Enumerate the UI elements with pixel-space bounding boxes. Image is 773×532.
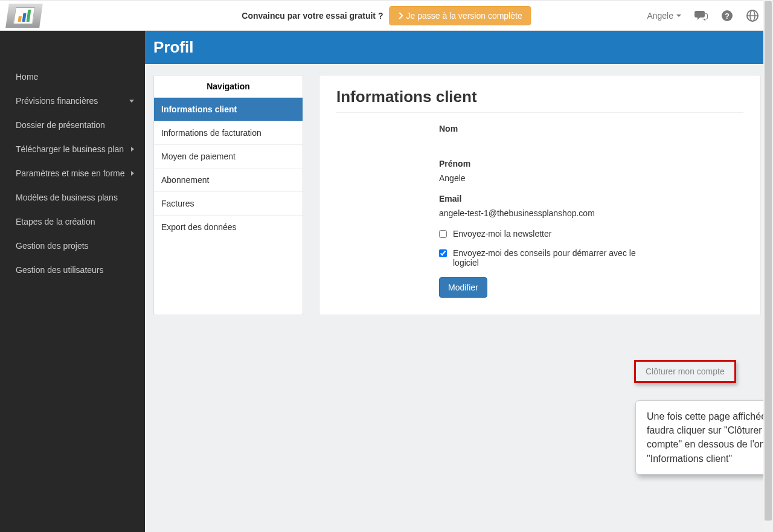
trial-text: Convaincu par votre essai gratuit ? [242, 11, 383, 21]
topbar: Convaincu par votre essai gratuit ? Je p… [0, 0, 773, 31]
sidebar-item-label: Télécharger le business plan [16, 144, 124, 154]
chat-icon[interactable] [694, 10, 708, 21]
sidebar-item-label: Gestion des projets [16, 241, 89, 251]
help-tooltip-text: Une fois cette page affichée, il vous fa… [647, 411, 773, 464]
svg-text:?: ? [725, 11, 730, 21]
sidebar-item-label: Etapes de la création [16, 217, 95, 226]
client-info-card: Informations client Nom Prénom Angele Em… [319, 75, 761, 315]
close-account-label: Clôturer mon compte [646, 367, 725, 376]
sidebar-item-label: Dossier de présentation [16, 120, 105, 130]
sidebar-item-label: Home [16, 72, 38, 82]
profile-nav-payment-method[interactable]: Moyen de paiement [154, 145, 303, 168]
sidebar-item-forecasts[interactable]: Prévisions financières [0, 89, 145, 113]
chevron-right-icon [398, 12, 403, 19]
sidebar-item-label: Prévisions financières [16, 96, 98, 106]
user-menu[interactable]: Angele [647, 11, 681, 21]
client-info-heading: Informations client [336, 88, 743, 106]
profile-nav-client-info[interactable]: Informations client [154, 98, 303, 121]
sidebar-item-label: Paramètres et mise en forme [16, 168, 125, 178]
email-label: Email [439, 194, 656, 204]
sidebar-item-users[interactable]: Gestion des utilisateurs [0, 258, 145, 282]
sidebar-item-templates[interactable]: Modèles de business plans [0, 185, 145, 210]
user-name: Angele [647, 11, 673, 21]
page-title: Profil [145, 31, 769, 64]
prenom-value: Angele [439, 173, 656, 183]
sidebar-item-download-bp[interactable]: Télécharger le business plan [0, 137, 145, 161]
help-tooltip: Une fois cette page affichée, il vous fa… [635, 400, 773, 475]
profile-nav-billing-info[interactable]: Informations de facturation [154, 121, 303, 145]
newsletter-label: Envoyez-moi la newsletter [453, 229, 551, 239]
vertical-scrollbar[interactable] [763, 0, 773, 532]
profile-nav-invoices[interactable]: Factures [154, 192, 303, 216]
tips-checkbox[interactable] [439, 249, 447, 257]
sidebar-item-label: Gestion des utilisateurs [16, 265, 104, 275]
newsletter-checkbox[interactable] [439, 230, 447, 238]
sidebar-item-projects[interactable]: Gestion des projets [0, 234, 145, 258]
main-area: Profil Navigation Informations client In… [145, 31, 773, 532]
app-logo[interactable] [5, 4, 43, 28]
email-value: angele-test-1@thebusinessplanshop.com [439, 208, 656, 218]
profile-nav-data-export[interactable]: Export des données [154, 216, 303, 239]
sidebar-item-creation-steps[interactable]: Etapes de la création [0, 210, 145, 234]
help-icon[interactable]: ? [721, 10, 733, 22]
profile-nav-subscription[interactable]: Abonnement [154, 168, 303, 192]
prenom-label: Prénom [439, 159, 656, 168]
close-account-link[interactable]: Clôturer mon compte [634, 360, 736, 383]
nom-label: Nom [439, 124, 656, 133]
profile-nav-header: Navigation [154, 75, 303, 98]
tips-label: Envoyez-moi des conseils pour démarrer a… [453, 248, 656, 268]
scrollbar-thumb[interactable] [765, 1, 772, 521]
globe-icon[interactable] [746, 10, 759, 22]
sidebar-item-settings[interactable]: Paramètres et mise en forme [0, 161, 145, 185]
upgrade-button-label: Je passe à la version complète [406, 11, 522, 21]
upgrade-button[interactable]: Je passe à la version complète [389, 6, 531, 25]
sidebar-item-presentation[interactable]: Dossier de présentation [0, 113, 145, 137]
modify-button[interactable]: Modifier [439, 277, 487, 298]
sidebar-item-label: Modèles de business plans [16, 193, 118, 202]
sidebar: Home Prévisions financières Dossier de p… [0, 31, 145, 532]
profile-nav-panel: Navigation Informations client Informati… [153, 75, 303, 315]
chevron-right-icon [131, 171, 134, 176]
chevron-down-icon [129, 100, 134, 103]
nom-value [439, 138, 656, 148]
chevron-right-icon [131, 147, 134, 152]
caret-down-icon [676, 14, 681, 17]
modify-button-label: Modifier [448, 283, 478, 292]
sidebar-item-home[interactable]: Home [0, 65, 145, 89]
